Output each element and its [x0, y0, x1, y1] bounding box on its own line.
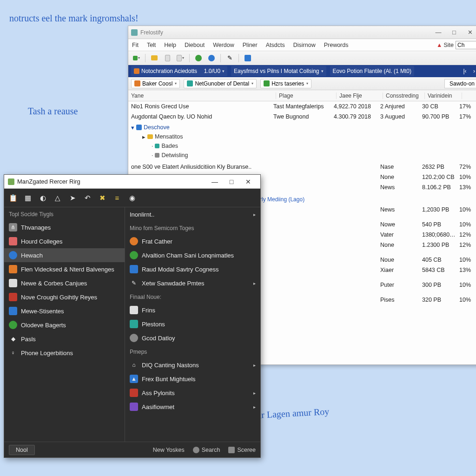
right-item-gcod[interactable]: Gcod Datloy — [125, 331, 260, 345]
footer-search[interactable]: Search — [193, 447, 220, 453]
filter-right[interactable]: Sawdo-on — [444, 79, 476, 88]
table-row[interactable]: one S00 ve Elatert Anliusidcitiion Kly B… — [128, 162, 476, 172]
left-item-olodeve[interactable]: Olodeve Bagerts — [4, 318, 125, 332]
list-icon — [9, 265, 17, 273]
filterbar: Baker Coosl▾ NetGunober of Dental▾ Hzrs … — [128, 77, 476, 90]
left-item-newe[interactable]: Newe & Corbes Canjues — [4, 276, 125, 290]
minimize-button[interactable]: — — [430, 28, 446, 37]
right-item-xetw[interactable]: ✎Xetw Sanwdade Pmtes▸ — [125, 276, 260, 290]
grid-icon[interactable]: ▦ — [23, 193, 33, 203]
tb-star-icon[interactable] — [243, 53, 253, 63]
right-header-2: Finaal Noue: — [125, 290, 260, 303]
dark-right-pane: Inonlirnt..▸ Mino fom Semicorn Toges Fra… — [125, 207, 260, 442]
bluebar-prev-icon[interactable]: |‹ — [461, 68, 469, 74]
menu-pliner[interactable]: Pliner — [243, 42, 258, 48]
tab-icon — [134, 68, 139, 74]
filter-icon — [134, 80, 140, 86]
bluebar-tab-2[interactable]: Eaysfmsd vs Pilns I Motat Collsing▾ — [231, 66, 326, 76]
bluebar-tab-1[interactable]: Notochration Aciedotts 1.0/U0 ▾ — [131, 66, 227, 76]
tb-refresh-icon[interactable] — [193, 53, 204, 63]
table-row[interactable]: Nlo1 Ronis Grecd Use Tast Mantegfalerips… — [128, 101, 476, 112]
bluebar-tab-3[interactable]: Eovo Potion Flantile (Al. (1 Mt0) — [330, 66, 414, 76]
globe-icon — [9, 251, 17, 259]
col-file[interactable]: Jaee Flje — [337, 93, 383, 99]
dark-minimize-button[interactable]: — — [206, 177, 223, 187]
tree-root[interactable]: ▾ Deschove — [131, 123, 476, 132]
col-page[interactable]: Plage — [276, 93, 337, 99]
menu-telt[interactable]: Telt — [147, 42, 156, 48]
col-vis[interactable]: Varinidein — [425, 93, 462, 99]
align-icon[interactable]: ≡ — [112, 193, 122, 203]
tree: ▾ Deschove ▸ Mensatitos · Bades · Detwis… — [128, 122, 476, 162]
dark-close-button[interactable]: ✕ — [240, 177, 257, 187]
right-item-frat[interactable]: Frat Cather — [125, 234, 260, 248]
tree-leaf-2[interactable]: · Detwisling — [131, 151, 476, 160]
cross-icon[interactable]: ✖ — [97, 193, 107, 203]
filter-2[interactable]: NetGunober of Dental▾ — [184, 79, 257, 88]
tb-page2-icon[interactable]: ▾ — [175, 53, 185, 63]
footer-nool-button[interactable]: Nool — [9, 445, 35, 455]
warning-icon[interactable]: △ — [53, 193, 63, 203]
left-item-thvanages[interactable]: ⋔Thvanages — [4, 220, 125, 234]
right-item-aasif[interactable]: Aasifiowmet▸ — [125, 400, 260, 414]
menu-atsdcts[interactable]: Atsdcts — [266, 42, 285, 48]
dark-titlebar[interactable]: ManZgated Rercer Rirg — □ ✕ — [4, 175, 260, 189]
menu-help[interactable]: Help — [164, 42, 176, 48]
circle-icon[interactable]: ◐ — [38, 193, 48, 203]
right-item-diq[interactable]: ⌂DIQ Canting Nastons▸ — [125, 358, 260, 372]
menu-werdow[interactable]: Werdow — [213, 42, 234, 48]
col-name[interactable]: Yane — [128, 93, 276, 99]
tb-wand-icon[interactable]: ✎ — [225, 53, 235, 63]
right-item-raud[interactable]: Raud Modal Savtry Cogness — [125, 262, 260, 276]
undo-icon[interactable]: ↶ — [82, 193, 93, 203]
leaf-icon — [155, 153, 159, 158]
tb-folder-icon[interactable] — [149, 53, 159, 63]
bubble-icon[interactable]: ◉ — [127, 193, 137, 203]
calendar-icon — [9, 237, 17, 245]
tree-child-1[interactable]: ▸ Mensatitos — [131, 132, 476, 141]
close-button[interactable]: ✕ — [462, 28, 476, 37]
site-label: ▲Site — [436, 42, 454, 48]
chart-icon — [9, 307, 17, 315]
left-item-pasls[interactable]: ◆Pasls — [4, 332, 125, 346]
dark-maximize-button[interactable]: □ — [223, 177, 240, 187]
menu-fit[interactable]: Fit — [132, 42, 139, 48]
menu-prewords[interactable]: Prewords — [324, 42, 349, 48]
site-search-input[interactable] — [456, 41, 476, 49]
tree-leaf-1[interactable]: · Bades — [131, 141, 476, 151]
menu-disirnow[interactable]: Disirnow — [293, 42, 316, 48]
maximize-button[interactable]: □ — [446, 28, 462, 37]
left-item-hewach[interactable]: Hewach — [4, 248, 125, 262]
filter-3[interactable]: Hzrs taseries▾ — [260, 79, 311, 88]
cube-icon — [130, 320, 138, 328]
background-text-2: Tash a reause — [28, 106, 78, 117]
clipboard-icon[interactable]: 📋 — [8, 193, 18, 203]
bluebar-next-icon[interactable]: › — [470, 68, 476, 74]
right-item-frex[interactable]: ▲Frex Bunt Mightuels — [125, 372, 260, 386]
coin-icon — [130, 237, 138, 245]
right-item-ass[interactable]: Ass Pylonits▸ — [125, 386, 260, 400]
left-item-phone[interactable]: ♀Phone Logerbitions — [4, 346, 125, 360]
right-item-frins[interactable]: Frins — [125, 303, 260, 317]
menu-diebout[interactable]: Diebout — [185, 42, 205, 48]
footer-sceree[interactable]: Sceree — [228, 447, 256, 453]
left-item-colleges[interactable]: Hourd Colleges — [4, 234, 125, 248]
tb-page1-icon[interactable] — [162, 53, 172, 63]
table-row[interactable]: Augdontal Qaecn by. UO Nohid Twe Bugnond… — [128, 112, 476, 122]
bolt-icon — [130, 403, 138, 411]
tb-grid-icon[interactable]: ▾ — [131, 53, 141, 63]
left-item-flen[interactable]: Flen Videcksed & Nterd Balvenges — [4, 262, 125, 276]
filter-1[interactable]: Baker Coosl▾ — [131, 79, 180, 88]
main-title: Frelostify — [140, 29, 163, 36]
arrow-icon[interactable]: ➤ — [67, 193, 78, 203]
footer-newyoskes[interactable]: New Yoskes — [153, 447, 185, 453]
tb-back-icon[interactable] — [206, 53, 217, 63]
left-item-nove[interactable]: Nove Croughi Goihtly Reyes — [4, 290, 125, 304]
right-item-alvaltion[interactable]: Alvaltion Cham Sani Lonqnimatles — [125, 248, 260, 262]
left-item-mewe[interactable]: Mewe-Stisentes — [4, 304, 125, 318]
col-cons[interactable]: Consstreding — [383, 93, 425, 99]
right-item-plestons[interactable]: Plestons — [125, 317, 260, 331]
bluebar: Notochration Aciedotts 1.0/U0 ▾ Eaysfmsd… — [128, 65, 476, 77]
main-titlebar[interactable]: Frelostify — □ ✕ — [128, 26, 476, 39]
right-top-item[interactable]: Inonlirnt..▸ — [125, 207, 260, 221]
